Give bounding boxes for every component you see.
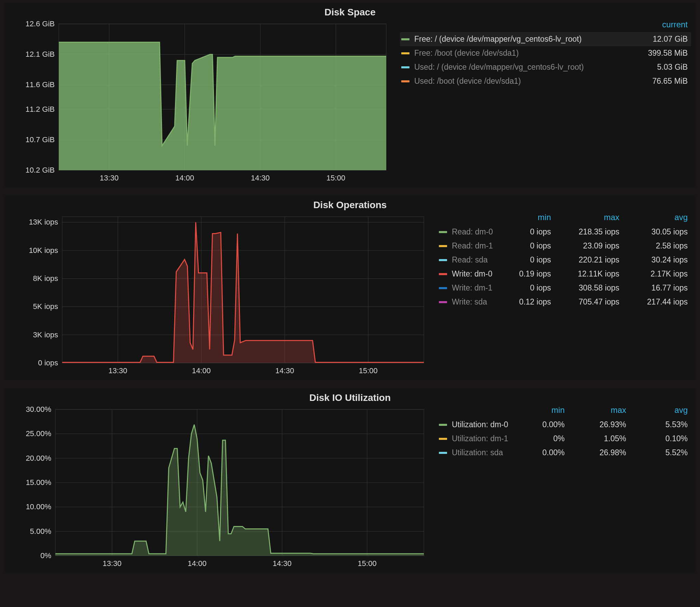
legend-series-name: Read: dm-0 [452, 227, 503, 237]
svg-text:15:00: 15:00 [326, 174, 345, 182]
panel-title: Disk Space [4, 3, 696, 21]
svg-text:5.00%: 5.00% [30, 527, 51, 536]
panel-title: Disk IO Utilization [4, 388, 696, 406]
legend-max: 308.58 iops [551, 283, 619, 293]
legend-row[interactable]: Free: /boot (device /dev/sda1) 399.58 Mi… [400, 46, 691, 60]
svg-text:14:00: 14:00 [188, 559, 206, 568]
legend-header-min: min [517, 405, 565, 415]
legend-series-name: Utilization: sda [452, 448, 517, 457]
chart-disk-io[interactable]: 0%5.00%10.00%15.00%20.00%25.00%30.00%13:… [11, 406, 428, 569]
legend-min: 0 iops [503, 255, 551, 265]
legend-row[interactable]: Free: / (device /dev/mapper/vg_centos6-l… [400, 32, 691, 46]
legend-row[interactable]: Read: dm-0 0 iops 218.35 iops 30.05 iops [438, 225, 691, 239]
legend-min: 0 iops [503, 283, 551, 293]
svg-text:10.00%: 10.00% [26, 502, 51, 511]
legend-series-value: 399.58 MiB [619, 49, 688, 58]
svg-text:14:30: 14:30 [275, 366, 294, 375]
legend-row[interactable]: Used: / (device /dev/mapper/vg_centos6-l… [400, 60, 691, 74]
legend-header-max: max [565, 405, 626, 415]
legend-swatch [401, 80, 409, 82]
svg-text:0%: 0% [40, 551, 51, 560]
legend-series-value: 5.03 GiB [619, 63, 688, 72]
legend-series-name: Write: sda [452, 297, 503, 307]
legend-max: 705.47 iops [551, 297, 619, 307]
legend-header-avg: avg [619, 213, 688, 222]
legend-disk-io: min max avg Utilization: dm-0 0.00% 26.9… [438, 404, 691, 460]
svg-text:12.6 GiB: 12.6 GiB [25, 21, 55, 28]
chart-disk-operations[interactable]: 0 iops3K iops5K iops8K iops10K iops13K i… [11, 213, 428, 377]
legend-min: 0.00% [517, 448, 565, 457]
svg-text:14:00: 14:00 [192, 366, 211, 375]
legend-series-value: 76.65 MiB [619, 77, 688, 86]
svg-text:15:00: 15:00 [359, 366, 378, 375]
legend-avg: 30.24 iops [619, 255, 688, 265]
legend-row[interactable]: Used: /boot (device /dev/sda1) 76.65 MiB [400, 74, 691, 88]
legend-avg: 16.77 iops [619, 283, 688, 293]
svg-text:13K iops: 13K iops [29, 218, 58, 226]
legend-swatch [439, 231, 447, 233]
legend-swatch [439, 424, 447, 426]
legend-series-value: 12.07 GiB [619, 35, 688, 44]
legend-max: 12.11K iops [551, 269, 619, 279]
legend-swatch [439, 245, 447, 247]
legend-row[interactable]: Utilization: sda 0.00% 26.98% 5.52% [438, 446, 691, 460]
svg-rect-21 [62, 217, 424, 363]
svg-text:15:00: 15:00 [358, 559, 377, 568]
svg-text:13:30: 13:30 [103, 559, 121, 568]
legend-row[interactable]: Write: sda 0.12 iops 705.47 iops 217.44 … [438, 295, 691, 309]
svg-text:11.6 GiB: 11.6 GiB [25, 80, 55, 89]
legend-avg: 5.53% [626, 420, 688, 429]
legend-swatch [401, 52, 409, 54]
panel-disk-io: Disk IO Utilization 0%5.00%10.00%15.00%2… [4, 388, 696, 573]
legend-series-name: Utilization: dm-1 [452, 434, 517, 443]
legend-swatch [401, 66, 409, 68]
panel-disk-operations: Disk Operations 0 iops3K iops5K iops8K i… [4, 195, 696, 380]
legend-series-name: Utilization: dm-0 [452, 420, 517, 429]
legend-series-name: Write: dm-0 [452, 269, 503, 279]
legend-series-name: Used: /boot (device /dev/sda1) [414, 77, 619, 86]
legend-swatch [439, 438, 447, 440]
legend-max: 26.98% [565, 448, 626, 457]
svg-text:25.00%: 25.00% [26, 429, 51, 438]
legend-series-name: Read: sda [452, 255, 503, 265]
svg-text:20.00%: 20.00% [26, 454, 51, 462]
legend-disk-space: current Free: / (device /dev/mapper/vg_c… [400, 18, 691, 88]
legend-min: 0.19 iops [503, 269, 551, 279]
svg-text:15.00%: 15.00% [26, 478, 51, 487]
legend-swatch [401, 38, 409, 40]
legend-header-max: max [551, 213, 619, 222]
svg-text:13:30: 13:30 [100, 174, 119, 182]
legend-min: 0 iops [503, 227, 551, 237]
legend-max: 23.09 iops [551, 241, 619, 251]
svg-text:8K iops: 8K iops [33, 274, 58, 283]
legend-avg: 217.44 iops [619, 297, 688, 307]
svg-text:14:30: 14:30 [251, 174, 270, 182]
legend-max: 26.93% [565, 420, 626, 429]
legend-avg: 30.05 iops [619, 227, 688, 237]
legend-row[interactable]: Utilization: dm-0 0.00% 26.93% 5.53% [438, 418, 691, 432]
svg-text:11.2 GiB: 11.2 GiB [25, 105, 55, 113]
legend-avg: 2.17K iops [619, 269, 688, 279]
legend-min: 0.00% [517, 420, 565, 429]
legend-swatch [439, 273, 447, 275]
legend-header-min: min [503, 213, 551, 222]
legend-row[interactable]: Utilization: dm-1 0% 1.05% 0.10% [438, 432, 691, 446]
legend-swatch [439, 452, 447, 454]
legend-max: 1.05% [565, 434, 626, 443]
svg-text:13:30: 13:30 [108, 366, 127, 375]
svg-text:14:30: 14:30 [273, 559, 292, 568]
legend-avg: 2.58 iops [619, 241, 688, 251]
chart-disk-space[interactable]: 10.2 GiB10.7 GiB11.2 GiB11.6 GiB12.1 GiB… [11, 21, 390, 184]
svg-text:10.7 GiB: 10.7 GiB [25, 135, 55, 144]
legend-row[interactable]: Write: dm-0 0.19 iops 12.11K iops 2.17K … [438, 267, 691, 281]
legend-max: 220.21 iops [551, 255, 619, 265]
svg-text:10K iops: 10K iops [29, 246, 58, 255]
legend-row[interactable]: Read: sda 0 iops 220.21 iops 30.24 iops [438, 253, 691, 267]
legend-swatch [439, 259, 447, 261]
svg-text:10.2 GiB: 10.2 GiB [25, 166, 55, 174]
legend-min: 0 iops [503, 241, 551, 251]
legend-series-name: Read: dm-1 [452, 241, 503, 251]
legend-header-avg: avg [626, 405, 688, 415]
legend-row[interactable]: Read: dm-1 0 iops 23.09 iops 2.58 iops [438, 239, 691, 253]
legend-row[interactable]: Write: dm-1 0 iops 308.58 iops 16.77 iop… [438, 281, 691, 295]
